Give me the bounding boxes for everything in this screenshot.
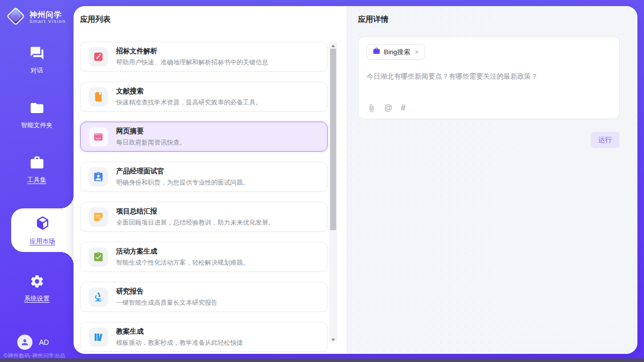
brand: 神州问学 Smart Vision [0,0,74,28]
clipboard-check-icon [89,247,108,267]
svg-text:</>: </> [96,136,101,139]
user-name: AD [39,338,49,346]
app-card-title: 教案生成 [116,327,243,336]
sidebar-item-label: 工具集 [27,176,47,185]
prompt-toolbar: @# [367,103,406,113]
app-card[interactable]: 招标文件解析帮助用户快速、准确地理解和解析招标书中的关键信息 [80,42,328,71]
app-card-desc: 全面回顾项目进展，总结经验教训，助力未来优化发展。 [116,219,275,227]
paperclip-icon[interactable] [367,104,376,113]
app-list-panel: 应用列表 招标文件解析帮助用户快速、准确地理解和解析招标书中的关键信息文献搜索快… [74,6,347,354]
sidebar-item-label: 智能文件夹 [21,121,53,130]
app-card[interactable]: 项目总结汇报全面回顾项目进展，总结经验教训，助力未来优化发展。 [80,202,328,232]
microscope-icon [89,287,108,307]
app-card[interactable]: 活动方案生成智能生成个性化活动方案，轻松解决规划难题。 [80,242,328,272]
app-card-title: 文献搜索 [116,87,262,96]
app-list-title: 应用列表 [80,15,347,24]
app-card[interactable]: 文献搜索快速精准查找学术资源，提高研究效率的必备工具。 [80,82,328,112]
app-detail-title: 应用详情 [358,15,620,24]
cube-icon [34,214,51,233]
sidebar-item-chat[interactable]: 对话 [0,44,74,77]
brand-name: 神州问学 [29,10,66,19]
scrollbar-up-arrow-icon[interactable] [329,43,337,49]
sidebar-nav: 对话智能文件夹工具集应用市场系统设置 [0,44,74,327]
gear-icon [29,274,45,291]
app-card[interactable]: 研究报告一键智能生成高质量长文本研究报告 [80,282,328,312]
user-row[interactable]: AD [17,335,49,350]
scrollbar-down-arrow-icon[interactable] [329,337,337,343]
scrollbar-track[interactable] [329,43,337,343]
avatar[interactable] [17,335,32,350]
sidebar-item-toolbox[interactable]: 工具集 [0,154,74,186]
app-card-desc: 帮助用户快速、准确地理解和解析招标书中的关键信息 [116,58,268,67]
app-card[interactable]: </>网页摘要每日政府新闻资讯快查。 [80,122,328,152]
sidebar-item-gear[interactable]: 系统设置 [0,272,74,305]
brand-logo-icon [6,7,25,28]
sidebar-item-folder[interactable]: 智能文件夹 [0,99,74,131]
tool-tag-label: Bing搜索 [384,48,410,57]
chat-icon [29,46,45,62]
app-card-desc: 每日政府新闻资讯快查。 [116,138,186,147]
at-icon[interactable]: @ [384,103,392,113]
brand-tagline: Smart Vision [29,19,66,24]
app-card-desc: 快速精准查找学术资源，提高研究效率的必备工具。 [116,98,262,107]
hash-icon[interactable]: # [401,103,406,113]
books-icon [89,328,108,347]
bottom-bar [0,358,644,362]
app-card-title: 招标文件解析 [116,47,268,56]
app-card-title: 网页摘要 [116,127,186,136]
app-card-desc: 一键智能生成高质量长文本研究报告 [116,299,218,307]
app-card-title: 活动方案生成 [116,247,249,256]
app-list: 招标文件解析帮助用户快速、准确地理解和解析招标书中的关键信息文献搜索快速精准查找… [80,42,328,352]
app-card-title: 研究报告 [116,287,218,296]
sidebar-item-label: 应用市场 [30,237,55,246]
folder-icon [29,100,45,117]
app-card-desc: 明确身份和职责，为您提供专业性的面试问题。 [116,178,249,187]
app-card[interactable]: 产品经理面试官明确身份和职责，为您提供专业性的面试问题。 [80,162,328,192]
app-card-desc: 模板驱动，教案秒成，教学准备从此轻松快捷 [116,339,243,347]
app-card-title: 项目总结汇报 [116,207,275,216]
sticky-note-icon [89,207,108,227]
webpage-code-icon: </> [89,127,108,147]
interviewer-icon [89,167,108,187]
main-container: 应用列表 招标文件解析帮助用户快速、准确地理解和解析招标书中的关键信息文献搜索快… [74,6,637,354]
app-detail-panel: 应用详情 Bing搜索 × 今日湖北有哪些新闻要点？有哪些需要关注的最新政策？ … [347,6,637,354]
book-icon [89,87,108,106]
sidebar: 神州问学 Smart Vision 对话智能文件夹工具集应用市场系统设置 AD … [0,0,74,362]
briefcase-icon [373,47,380,57]
sidebar-item-label: 对话 [30,66,43,75]
run-button[interactable]: 运行 [591,132,620,148]
toolbox-icon [29,155,45,172]
close-icon[interactable]: × [415,48,419,56]
app-card-desc: 智能生成个性化活动方案，轻松解决规划难题。 [116,259,249,267]
tool-tag-bing-search[interactable]: Bing搜索 × [367,44,425,60]
prompt-card: Bing搜索 × 今日湖北有哪些新闻要点？有哪些需要关注的最新政策？ @# [358,37,620,119]
app-card-title: 产品经理面试官 [116,167,249,176]
scrollbar-thumb[interactable] [330,49,336,230]
app-card[interactable]: 教案生成模板驱动，教案秒成，教学准备从此轻松快捷 [80,322,328,352]
prompt-input[interactable]: 今日湖北有哪些新闻要点？有哪些需要关注的最新政策？ [367,71,611,82]
edit-document-icon [89,47,108,66]
sidebar-item-label: 系统设置 [24,295,50,303]
sidebar-item-cube[interactable]: 应用市场 [11,208,74,252]
